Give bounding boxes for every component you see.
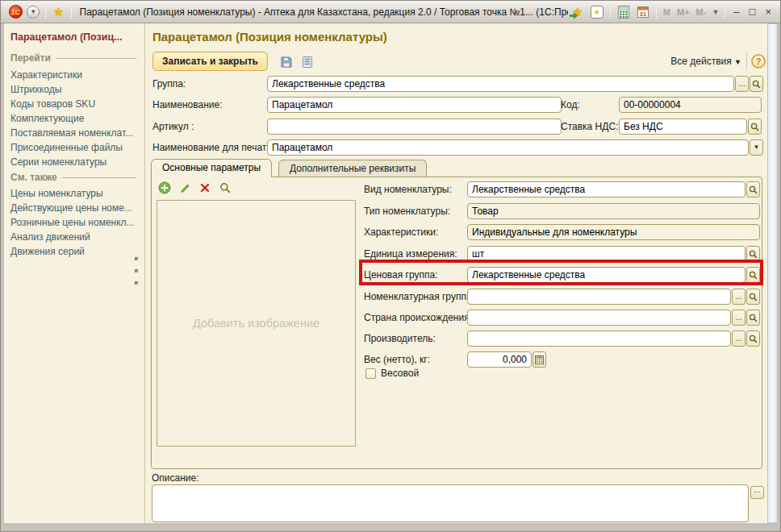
sidebar-section-goto: Перейти [10,52,136,64]
code-field[interactable]: 00-00000004 [619,97,762,113]
vat-label: Ставка НДС: [561,118,619,135]
nav-splitter[interactable] [144,23,145,523]
type-field[interactable]: Товар [467,203,760,219]
calculator-icon[interactable] [616,4,632,20]
all-actions-button[interactable]: Все действия ▼ [637,56,741,67]
nomenclature-group-search-button[interactable] [746,289,760,305]
tab-main-parameters[interactable]: Основные параметры [151,159,272,177]
add-to-favorites-icon[interactable]: ★ [570,4,586,20]
weight-field[interactable]: 0,000 [467,351,532,368]
delete-image-button[interactable] [198,181,212,195]
minimize-button[interactable]: – [733,4,739,20]
window-title: Парацетамол (Позиция номенклатуры) - Апт… [80,6,568,18]
help-button[interactable]: ? [751,54,766,69]
chevron-down-icon: ▼ [734,58,741,66]
splitter-grip-dot[interactable] [135,257,138,260]
splitter-grip-dot[interactable] [135,269,138,272]
sidebar-item-movement-analysis[interactable]: Анализ движений [10,231,90,243]
manufacturer-ellipsis-button[interactable]: ... [732,330,746,347]
memory-m-plus-button[interactable]: M+ [677,7,690,17]
price-group-search-button[interactable] [746,267,760,283]
sidebar-item-nomenclature-series[interactable]: Серии номенклатуры [10,156,106,168]
nomenclature-group-field[interactable] [467,289,731,305]
manufacturer-field[interactable] [467,330,731,347]
country-search-button[interactable] [746,310,760,326]
maximize-button[interactable]: □ [750,4,756,20]
sidebar-item-barcodes[interactable]: Штрихкоды [10,84,61,95]
weighted-checkbox[interactable]: Весовой [365,368,419,379]
price-group-field[interactable]: Лекарственные средства [467,267,746,283]
kind-field[interactable]: Лекарственные средства [467,181,746,197]
description-ellipsis-button[interactable]: ... [750,486,764,499]
group-field[interactable]: Лекарственные средства [267,76,734,92]
favorites-star-icon[interactable]: ★ [51,4,65,20]
add-image-button[interactable] [157,181,172,195]
edit-image-button[interactable] [178,181,192,195]
article-field[interactable] [267,118,562,135]
toolbar-overflow-icon[interactable]: ▼ [712,8,719,16]
code-row: Код: 00-00000004 [561,97,762,113]
sidebar-item-current-prices[interactable]: Действующие цены номе... [10,202,132,214]
sidebar-item-retail-prices[interactable]: Розничные цены номенкл... [10,217,135,228]
characteristics-field[interactable]: Индивидуальные для номенклатуры [467,224,760,240]
sidebar-item-series-movements[interactable]: Движения серий [10,246,85,257]
manufacturer-row: Производитель: ... [364,330,760,347]
vertical-scrollbar[interactable] [767,23,778,523]
save-and-close-button[interactable]: Записать и закрыть [152,52,268,71]
favorites-list-icon[interactable]: ★ [589,4,605,20]
zoom-image-button[interactable] [218,181,232,195]
price-group-row: Ценовая группа: Лекарственные средства [364,267,760,283]
manufacturer-search-button[interactable] [746,330,760,347]
kind-search-button[interactable] [746,181,760,197]
country-label: Страна происхождения: [364,310,467,326]
print-name-field[interactable]: Парацетамол [267,139,749,156]
code-label: Код: [561,97,619,113]
vat-search-button[interactable] [748,118,762,135]
vat-field[interactable]: Без НДС [619,118,747,135]
name-label: Наименование: [152,97,267,113]
nomenclature-group-ellipsis-button[interactable]: ... [732,289,746,305]
list-icon-button[interactable] [299,54,315,70]
weighted-label: Весовой [381,368,419,379]
unit-search-button[interactable] [746,246,760,262]
unit-field[interactable]: шт [467,246,746,262]
memory-m-button[interactable]: M [663,7,670,17]
titlebar: 1С ▼ ★ Парацетамол (Позиция номенклатуры… [1,1,781,23]
sidebar-item-attached-files[interactable]: Присоединенные файлы [10,142,123,153]
group-search-button[interactable] [750,76,763,92]
manufacturer-label: Производитель: [364,330,467,347]
country-ellipsis-button[interactable]: ... [732,310,746,326]
sidebar-item-characteristics[interactable]: Характеристики [10,69,82,81]
country-field[interactable] [467,310,731,326]
print-name-dropdown-button[interactable]: ▼ [750,139,763,156]
page-title: Парацетамол (Позиция номенклатуры) [152,30,387,44]
sidebar-title: Парацетамол (Позиц... [10,31,123,43]
country-row: Страна происхождения: ... [364,310,760,326]
calendar-icon[interactable]: 31 [635,4,651,20]
group-ellipsis-button[interactable]: ... [735,76,749,92]
close-button[interactable]: × [765,4,771,20]
weight-row: Вес (нетто), кг: 0,000 [364,351,630,368]
1c-logo-icon: 1С [8,4,23,20]
unit-row: Единица измерения: шт [364,246,760,262]
name-field[interactable]: Парацетамол [267,97,562,113]
nomenclature-group-label: Номенклатурная группа: [364,289,467,305]
splitter-grip-dot[interactable] [135,281,138,285]
sidebar-item-components[interactable]: Комплектующие [10,113,84,124]
tab-additional-attributes[interactable]: Дополнительные реквизиты [278,160,427,177]
titlebar-separator [725,5,725,19]
sidebar-section-see-also: См. также [10,172,136,183]
sidebar-item-sku-codes[interactable]: Коды товаров SKU [10,98,95,110]
article-row: Артикул : [152,118,562,135]
type-label: Тип номенклатуры: [364,203,467,219]
save-icon-button[interactable] [278,54,294,70]
sidebar-item-supplied-nomenclature[interactable]: Поставляемая номенклат... [10,127,133,139]
sidebar-item-nomenclature-prices[interactable]: Цены номенклатуры [10,188,103,199]
memory-m-minus-button[interactable]: M- [696,7,707,17]
weight-calculator-button[interactable] [532,351,546,368]
system-menu-button[interactable]: ▼ [26,4,40,20]
titlebar-separator [610,5,611,19]
print-name-row: Наименование для печати: Парацетамол ▼ [152,139,763,156]
image-area[interactable]: Добавить изображение [157,200,356,447]
description-textarea[interactable] [152,484,749,522]
